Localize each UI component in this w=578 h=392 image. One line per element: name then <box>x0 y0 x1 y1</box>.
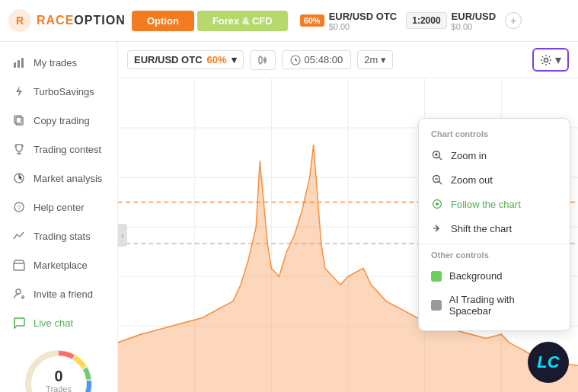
chart-area: EUR/USD OTC 60% ▾ 05:48: <box>118 42 578 392</box>
sidebar-label-trading-contest: Trading contest <box>34 144 101 155</box>
sidebar-label-market-analysis: Market analysis <box>34 173 102 184</box>
clock-icon <box>290 55 301 65</box>
shift-chart-icon <box>431 222 443 234</box>
sidebar-label-copy-trading: Copy trading <box>34 115 90 126</box>
interval-value: 2m <box>364 54 378 65</box>
tab-forex[interactable]: Forex & CFD <box>197 11 288 31</box>
help-circle-icon: ? <box>12 200 26 214</box>
instrument-price-otc: $0.00 <box>329 22 398 31</box>
sidebar-item-my-trades[interactable]: My trades <box>0 48 117 77</box>
dropdown-zoom-in[interactable]: Zoom in <box>419 143 570 167</box>
svg-text:R: R <box>16 14 24 27</box>
svg-rect-3 <box>18 60 20 68</box>
logo-icon: R <box>8 8 32 33</box>
interval-arrow-icon: ▾ <box>381 54 386 65</box>
settings-dropdown-arrow-icon: ▾ <box>555 53 561 67</box>
trades-circle: 0 Trades <box>24 349 93 392</box>
timer-display: 05:48:00 <box>282 50 352 69</box>
svg-marker-5 <box>16 86 22 97</box>
analytics-icon <box>12 171 26 185</box>
sidebar-item-copy-trading[interactable]: Copy trading <box>0 106 117 135</box>
svg-point-50 <box>436 202 439 206</box>
follow-chart-label: Follow the chart <box>451 199 521 210</box>
background-swatch <box>431 271 442 282</box>
interval-select[interactable]: 2m ▾ <box>357 50 393 69</box>
svg-rect-25 <box>263 58 267 62</box>
gear-icon <box>540 54 552 66</box>
svg-rect-22 <box>259 57 262 63</box>
svg-rect-2 <box>14 62 16 68</box>
svg-point-29 <box>544 58 548 62</box>
sidebar-label-trading-stats: Trading stats <box>34 231 91 242</box>
sidebar-label-turbosavings: TurboSavings <box>34 86 94 97</box>
zoom-out-icon <box>431 174 443 186</box>
candle-type-button[interactable] <box>250 50 276 70</box>
background-label: Background <box>449 270 502 282</box>
dropdown-follow-chart[interactable]: Follow the chart <box>419 192 570 216</box>
svg-line-43 <box>439 158 442 161</box>
lc-logo-icon: LC <box>534 348 563 377</box>
stats-icon <box>12 229 26 243</box>
main-layout: My trades TurboSavings Copy trading Trad… <box>0 42 578 392</box>
trades-circle-area: 0 Trades <box>0 337 117 392</box>
dropdown-arrow-icon: ▾ <box>232 54 237 65</box>
instrument-area: 60% EUR/USD OTC $0.00 1:2000 EUR/USD $0.… <box>300 11 522 31</box>
pct-badge-otc: 60% <box>300 14 324 27</box>
instrument-eurusd[interactable]: 1:2000 EUR/USD $0.00 <box>406 11 496 31</box>
instrument-select-pct: 60% <box>207 54 227 65</box>
sidebar-item-live-chat[interactable]: Live chat <box>0 308 117 337</box>
follow-chart-icon <box>431 198 443 210</box>
instrument-select[interactable]: EUR/USD OTC 60% ▾ <box>127 50 244 69</box>
chart-bar-icon <box>12 56 26 69</box>
svg-rect-4 <box>21 58 24 68</box>
trophy-icon <box>12 142 26 156</box>
shift-chart-label: Shift the chart <box>451 223 512 234</box>
svg-text:?: ? <box>17 204 21 212</box>
svg-line-47 <box>439 182 442 185</box>
ai-trading-label: AI Trading with Spacebar <box>449 294 557 317</box>
chat-icon <box>12 316 26 330</box>
sidebar-label-help-center: Help center <box>34 202 84 213</box>
zoom-in-label: Zoom in <box>451 150 487 161</box>
sidebar-item-invite-friend[interactable]: Invite a friend <box>0 279 117 308</box>
svg-point-12 <box>16 289 21 294</box>
dropdown-divider <box>419 244 570 244</box>
instrument-eurusd-otc[interactable]: 60% EUR/USD OTC $0.00 <box>300 11 398 31</box>
instrument-select-name: EUR/USD OTC <box>134 54 203 65</box>
logo: R RACEOPTION <box>8 8 126 33</box>
add-instrument-button[interactable]: + <box>505 12 522 29</box>
chart-toolbar: EUR/USD OTC 60% ▾ 05:48: <box>118 42 578 78</box>
svg-text:LC: LC <box>537 352 560 371</box>
svg-rect-11 <box>14 263 24 270</box>
invite-icon <box>12 287 26 301</box>
sidebar-item-help-center[interactable]: ? Help center <box>0 193 117 221</box>
sidebar-item-marketplace[interactable]: Marketplace <box>0 250 117 279</box>
other-controls-title: Other controls <box>419 247 570 264</box>
svg-text:0: 0 <box>54 368 62 384</box>
floating-logo[interactable]: LC <box>528 342 569 383</box>
sidebar-label-invite-friend: Invite a friend <box>34 288 93 300</box>
timer-value: 05:48:00 <box>305 54 343 65</box>
dropdown-zoom-out[interactable]: Zoom out <box>419 167 570 192</box>
sidebar-item-market-analysis[interactable]: Market analysis <box>0 164 117 193</box>
chart-controls-title: Chart controls <box>419 126 570 143</box>
tab-option[interactable]: Option <box>132 11 194 31</box>
sidebar-item-trading-contest[interactable]: Trading contest <box>0 135 117 164</box>
instrument-price: $0.00 <box>452 22 497 31</box>
zoom-out-label: Zoom out <box>451 174 493 186</box>
ai-trading-swatch <box>431 300 442 311</box>
dropdown-background[interactable]: Background <box>419 264 570 288</box>
chart-settings-button[interactable]: ▾ <box>532 48 569 72</box>
sidebar-collapse-handle[interactable]: ‹ <box>118 224 127 247</box>
top-navigation: R RACEOPTION Option Forex & CFD 60% EUR/… <box>0 0 578 42</box>
chart-controls-dropdown: Chart controls Zoom in Zoom out <box>418 118 570 331</box>
dropdown-ai-trading[interactable]: AI Trading with Spacebar <box>419 288 570 323</box>
sidebar-item-trading-stats[interactable]: Trading stats <box>0 221 117 250</box>
nav-tabs: Option Forex & CFD <box>132 11 288 31</box>
sidebar: My trades TurboSavings Copy trading Trad… <box>0 42 118 392</box>
sidebar-item-turbosavings[interactable]: TurboSavings <box>0 77 117 106</box>
store-icon <box>12 258 26 272</box>
dropdown-shift-chart[interactable]: Shift the chart <box>419 216 570 241</box>
svg-text:Trades: Trades <box>46 384 72 392</box>
sidebar-label-live-chat: Live chat <box>34 317 73 329</box>
